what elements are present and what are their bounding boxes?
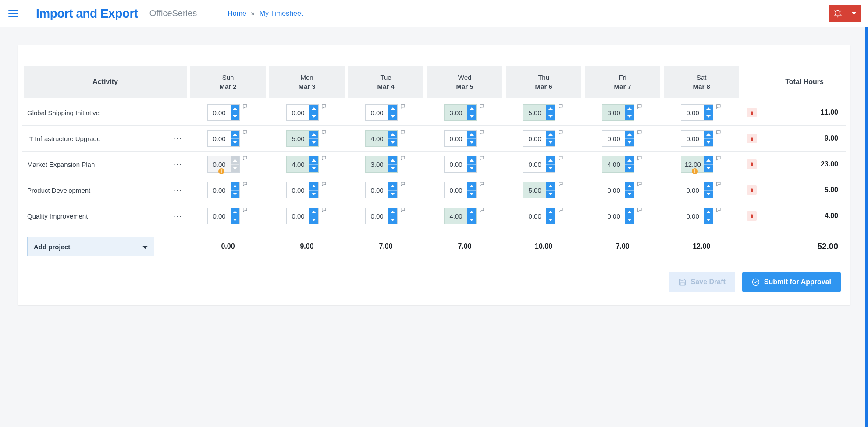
hours-decrement-button[interactable]: [546, 139, 555, 147]
hours-increment-button[interactable]: [388, 131, 397, 139]
hours-decrement-button[interactable]: [625, 139, 634, 147]
hours-increment-button[interactable]: [309, 182, 318, 191]
hours-increment-button[interactable]: [625, 105, 634, 113]
cell-note-icon[interactable]: [637, 181, 643, 187]
hours-input[interactable]: [287, 105, 309, 120]
hours-input[interactable]: [366, 131, 388, 146]
hours-input[interactable]: [523, 208, 546, 224]
hours-input[interactable]: [681, 182, 704, 198]
hours-input[interactable]: [287, 131, 309, 146]
cell-note-icon[interactable]: [479, 155, 485, 161]
hours-decrement-button[interactable]: [546, 113, 555, 121]
hours-input[interactable]: [366, 182, 388, 198]
cell-note-icon[interactable]: [242, 207, 249, 213]
hours-decrement-button[interactable]: [625, 191, 634, 198]
hours-decrement-button[interactable]: [388, 113, 397, 121]
hours-decrement-button[interactable]: [625, 113, 634, 121]
hours-increment-button[interactable]: [546, 156, 555, 165]
hours-input[interactable]: [366, 156, 388, 172]
cell-note-icon[interactable]: [400, 207, 406, 213]
hours-decrement-button[interactable]: [388, 139, 397, 147]
hours-input[interactable]: [445, 182, 467, 198]
cell-note-icon[interactable]: [479, 103, 485, 109]
hours-decrement-button[interactable]: [704, 139, 713, 147]
cell-note-icon[interactable]: [242, 129, 249, 135]
row-actions-menu-icon[interactable]: ···: [170, 212, 186, 221]
hours-decrement-button[interactable]: [309, 165, 318, 173]
hours-increment-button[interactable]: [625, 131, 634, 139]
hours-decrement-button[interactable]: [231, 139, 239, 147]
cell-note-icon[interactable]: [400, 103, 406, 109]
hours-input[interactable]: [208, 105, 231, 120]
hours-decrement-button[interactable]: [467, 216, 476, 224]
row-actions-menu-icon[interactable]: ···: [170, 134, 186, 143]
cell-note-icon[interactable]: [400, 129, 406, 135]
hours-increment-button[interactable]: [546, 208, 555, 216]
hours-increment-button[interactable]: [388, 182, 397, 191]
cell-note-icon[interactable]: [242, 181, 249, 187]
hours-decrement-button[interactable]: [704, 113, 713, 121]
hours-decrement-button[interactable]: [309, 113, 318, 121]
hours-decrement-button[interactable]: [309, 139, 318, 147]
hours-input[interactable]: [208, 182, 231, 198]
cell-note-icon[interactable]: [716, 155, 722, 161]
notifications-button[interactable]: [829, 5, 847, 22]
hours-decrement-button[interactable]: [231, 216, 239, 224]
hours-increment-button[interactable]: [704, 208, 713, 216]
hours-input[interactable]: [445, 208, 467, 224]
cell-note-icon[interactable]: [321, 181, 327, 187]
hours-decrement-button[interactable]: [388, 191, 397, 198]
hours-increment-button[interactable]: [625, 156, 634, 165]
hours-input[interactable]: [681, 105, 704, 120]
breadcrumb-home-link[interactable]: Home: [228, 10, 246, 17]
hours-decrement-button[interactable]: [467, 191, 476, 198]
hours-input[interactable]: [445, 131, 467, 146]
delete-row-button[interactable]: [747, 134, 757, 143]
hours-increment-button[interactable]: [388, 105, 397, 113]
hours-decrement-button[interactable]: [625, 216, 634, 224]
cell-note-icon[interactable]: [242, 103, 249, 109]
hours-increment-button[interactable]: [231, 131, 239, 139]
hours-input[interactable]: [366, 208, 388, 224]
hours-input[interactable]: [287, 208, 309, 224]
hours-decrement-button[interactable]: [388, 216, 397, 224]
hours-decrement-button[interactable]: [546, 191, 555, 198]
hours-input[interactable]: [681, 208, 704, 224]
cell-note-icon[interactable]: [716, 103, 722, 109]
delete-row-button[interactable]: [747, 211, 757, 221]
cell-note-icon[interactable]: [558, 155, 564, 161]
hours-input[interactable]: [366, 105, 388, 120]
cell-note-icon[interactable]: [479, 129, 485, 135]
notifications-dropdown-toggle[interactable]: [847, 5, 861, 22]
hours-increment-button[interactable]: [546, 105, 555, 113]
hours-input[interactable]: [602, 182, 625, 198]
hours-increment-button[interactable]: [467, 131, 476, 139]
cell-note-icon[interactable]: [479, 181, 485, 187]
hours-input[interactable]: [681, 131, 704, 146]
hours-decrement-button[interactable]: [704, 165, 713, 173]
hours-decrement-button[interactable]: [704, 191, 713, 198]
hours-input[interactable]: [523, 105, 546, 120]
hours-increment-button[interactable]: [231, 208, 239, 216]
hours-increment-button[interactable]: [704, 182, 713, 191]
hours-increment-button[interactable]: [546, 131, 555, 139]
warning-indicator-icon[interactable]: i: [218, 168, 224, 174]
hours-decrement-button[interactable]: [467, 113, 476, 121]
hours-input[interactable]: [602, 105, 625, 120]
hours-decrement-button[interactable]: [704, 216, 713, 224]
hours-input[interactable]: [445, 105, 467, 120]
hours-decrement-button[interactable]: [388, 165, 397, 173]
hours-input[interactable]: [445, 156, 467, 172]
hours-increment-button[interactable]: [309, 131, 318, 139]
cell-note-icon[interactable]: [400, 181, 406, 187]
hours-increment-button[interactable]: [704, 156, 713, 165]
hours-decrement-button[interactable]: [467, 139, 476, 147]
cell-note-icon[interactable]: [716, 207, 722, 213]
cell-note-icon[interactable]: [242, 155, 249, 161]
cell-note-icon[interactable]: [321, 155, 327, 161]
cell-note-icon[interactable]: [558, 103, 564, 109]
hours-increment-button[interactable]: [388, 208, 397, 216]
hours-input[interactable]: [602, 156, 625, 172]
cell-note-icon[interactable]: [558, 181, 564, 187]
hours-input[interactable]: [523, 156, 546, 172]
